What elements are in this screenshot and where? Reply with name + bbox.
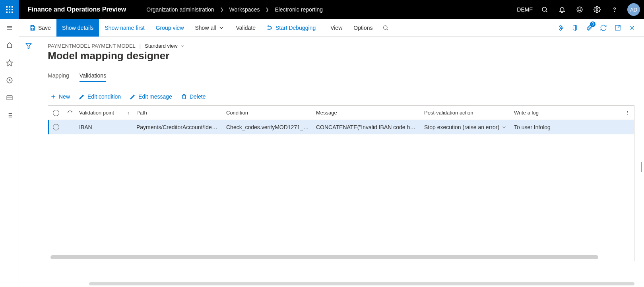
svg-point-2 — [577, 7, 582, 12]
search-action-icon[interactable] — [378, 19, 393, 37]
svg-point-6 — [614, 11, 615, 12]
edit-message-button[interactable]: Edit message — [130, 93, 172, 100]
page-horizontal-scrollbar[interactable] — [89, 282, 634, 285]
gear-icon[interactable] — [588, 0, 606, 19]
main-panel: PAYMENTMODEL PAYMENT MODEL | Standard vi… — [38, 37, 644, 287]
row-pva-value: Stop execution (raise an error) — [424, 124, 499, 130]
svg-line-1 — [546, 11, 547, 12]
edit-condition-button[interactable]: Edit condition — [79, 93, 121, 100]
tabs: Mapping Validations — [48, 70, 634, 82]
row-validation-point: IBAN — [76, 124, 124, 130]
svg-rect-21 — [31, 28, 33, 30]
header-validation-point[interactable]: Validation point — [76, 110, 124, 116]
svg-marker-30 — [26, 43, 31, 49]
row-path: Payments/CreditorAccount/Iden… — [133, 124, 223, 130]
filter-icon[interactable] — [25, 42, 32, 287]
svg-rect-12 — [7, 96, 12, 100]
action-bar: Save Show details Show name first Group … — [19, 19, 644, 37]
waffle-icon — [6, 6, 13, 13]
recent-icon[interactable] — [5, 76, 14, 85]
pane-resize-handle[interactable] — [641, 162, 643, 172]
header-post-validation-action[interactable]: Post-validation action — [421, 110, 511, 116]
svg-point-22 — [268, 25, 269, 27]
avatar[interactable]: AD — [627, 3, 640, 16]
content: PAYMENTMODEL PAYMENT MODEL | Standard vi… — [19, 37, 644, 287]
validate-button[interactable]: Validate — [230, 19, 261, 37]
svg-point-0 — [542, 7, 547, 12]
tab-validations[interactable]: Validations — [80, 70, 106, 82]
show-name-first-button[interactable]: Show name first — [99, 19, 150, 37]
topbar: Finance and Operations Preview Organizat… — [0, 0, 644, 19]
select-all-checkbox[interactable] — [48, 110, 64, 116]
refresh-icon[interactable] — [596, 19, 611, 37]
svg-point-3 — [578, 9, 579, 9]
show-details-button[interactable]: Show details — [56, 19, 99, 37]
sort-icon[interactable]: ↑ — [124, 110, 133, 116]
model-crumb: PAYMENTMODEL PAYMENT MODEL — [48, 43, 136, 49]
svg-point-24 — [271, 27, 272, 28]
svg-marker-10 — [6, 60, 12, 66]
new-label: New — [59, 93, 70, 100]
grid-horizontal-scrollbar[interactable] — [50, 255, 598, 259]
grid-more-icon[interactable]: ⋮ — [566, 110, 634, 116]
star-icon[interactable] — [5, 58, 14, 68]
row-message: CONCATENATE("Invalid IBAN code ha… — [313, 124, 421, 130]
table-row[interactable]: IBAN Payments/CreditorAccount/Iden… Chec… — [48, 120, 634, 134]
close-icon[interactable] — [625, 19, 639, 37]
delete-button[interactable]: Delete — [181, 93, 206, 100]
options-menu[interactable]: Options — [348, 19, 378, 37]
app-launcher-button[interactable] — [0, 0, 19, 19]
view-name: Standard view — [145, 43, 177, 49]
office-icon[interactable] — [568, 19, 582, 37]
show-details-label: Show details — [62, 25, 93, 31]
svg-point-5 — [596, 9, 598, 11]
environment-label[interactable]: DEMF — [514, 6, 536, 13]
chevron-right-icon: ❯ — [220, 7, 224, 12]
show-all-dropdown[interactable]: Show all — [190, 19, 231, 37]
start-debugging-label: Start Debugging — [275, 25, 316, 31]
pipe: | — [140, 43, 141, 49]
hamburger-icon[interactable] — [5, 23, 14, 33]
group-view-button[interactable]: Group view — [150, 19, 190, 37]
row-post-validation-action[interactable]: Stop execution (raise an error) — [421, 124, 511, 130]
save-button[interactable]: Save — [24, 19, 56, 37]
tab-mapping[interactable]: Mapping — [48, 70, 69, 82]
home-icon[interactable] — [5, 41, 14, 50]
breadcrumb-item[interactable]: Electronic reporting — [275, 6, 323, 13]
row-select[interactable] — [48, 124, 64, 130]
app-title: Finance and Operations Preview — [19, 6, 135, 13]
header-write-a-log[interactable]: Write a log — [511, 110, 566, 116]
row-write-a-log: To user Infolog — [511, 124, 566, 130]
workspace-icon[interactable] — [5, 93, 14, 103]
header-condition[interactable]: Condition — [223, 110, 313, 116]
edit-condition-label: Edit condition — [87, 93, 121, 100]
popout-icon[interactable] — [611, 19, 625, 37]
row-condition: Check_codes.verifyMOD1271_3… — [223, 124, 313, 130]
search-icon[interactable] — [536, 0, 553, 19]
save-label: Save — [38, 25, 51, 31]
validations-grid: Validation point ↑ Path Condition Messag… — [48, 105, 634, 261]
grid-toolbar: New Edit condition Edit message Delete — [48, 93, 634, 100]
group-view-label: Group view — [156, 25, 184, 31]
breadcrumb-item[interactable]: Workspaces — [229, 6, 260, 13]
show-name-first-label: Show name first — [105, 25, 144, 31]
svg-line-26 — [387, 29, 388, 30]
modules-icon[interactable] — [5, 111, 14, 120]
header-path[interactable]: Path — [133, 110, 223, 116]
separator — [323, 23, 323, 33]
start-debugging-button[interactable]: Start Debugging — [261, 19, 321, 37]
help-icon[interactable] — [606, 0, 623, 19]
bell-icon[interactable] — [553, 0, 571, 19]
grid-refresh-icon[interactable] — [64, 110, 76, 116]
left-rail — [0, 19, 19, 287]
view-menu[interactable]: View — [325, 19, 348, 37]
smiley-icon[interactable] — [571, 0, 588, 19]
new-button[interactable]: New — [50, 93, 70, 100]
diamond-icon[interactable] — [553, 19, 568, 37]
attachment-icon[interactable]: 0 — [582, 19, 596, 37]
validate-label: Validate — [236, 25, 256, 31]
filter-column — [19, 37, 38, 287]
header-message[interactable]: Message — [313, 110, 421, 116]
view-selector[interactable]: Standard view — [145, 43, 184, 49]
breadcrumb-item[interactable]: Organization administration — [146, 6, 214, 13]
